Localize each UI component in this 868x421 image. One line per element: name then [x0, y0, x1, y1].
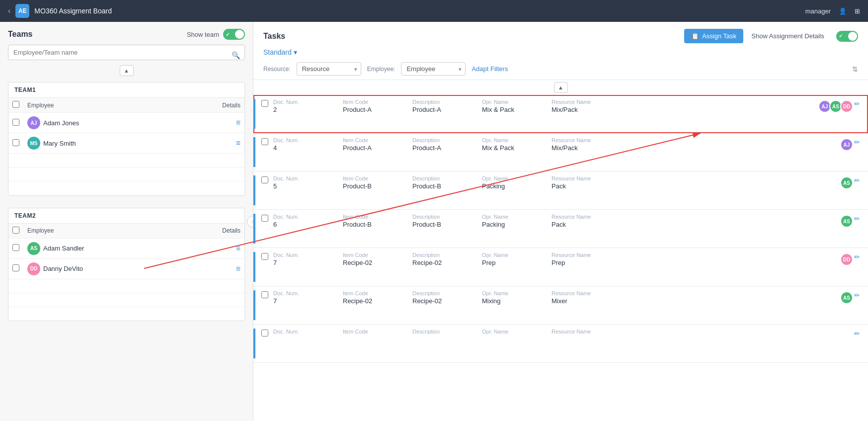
task-field-docnum: Doc. Num. 7	[273, 290, 333, 305]
search-input[interactable]	[8, 45, 245, 60]
task-field-description: Description Product-A	[412, 99, 472, 113]
task-fields: Doc. Num. 2 Item Code Product-A Descript…	[273, 99, 818, 113]
task-checkbox[interactable]	[261, 176, 268, 183]
assign-task-button[interactable]: 📋 Assign Task	[684, 29, 743, 43]
resource-name-value: Mix/Pack	[552, 106, 611, 113]
standard-view-button[interactable]: Standard ▾	[263, 48, 297, 56]
item-code-label: Item Code	[343, 290, 402, 296]
edit-icon[interactable]: ✏	[854, 330, 860, 337]
list-item: AJ Adam Jones ≡	[8, 113, 244, 133]
edit-icon[interactable]: ✏	[854, 291, 860, 299]
resource-select-wrapper: Resource	[297, 62, 361, 76]
app-icon: AE	[15, 4, 29, 18]
task-row-inner: Doc. Num. 2 Item Code Product-A Descript…	[253, 95, 868, 133]
task-row: Doc. Num. 4 Item Code Product-A Descript…	[253, 133, 868, 171]
tasks-collapse-button[interactable]: ▲	[554, 82, 568, 93]
description-value: Product-A	[412, 106, 472, 113]
member-checkbox[interactable]	[12, 244, 19, 251]
collapse-button[interactable]: ▲	[120, 65, 134, 76]
avatar: AS	[840, 215, 853, 228]
edit-icon[interactable]: ✏	[854, 176, 860, 184]
teams-title: Teams	[8, 30, 33, 39]
description-value: Product-B	[412, 221, 472, 228]
sort-icon[interactable]: ⇅	[852, 65, 858, 73]
adapt-filters-button[interactable]: Adapt Filters	[472, 65, 508, 73]
member-checkbox[interactable]	[12, 264, 19, 271]
back-button[interactable]: ‹	[8, 7, 10, 15]
grid-icon: ⊞	[855, 7, 860, 15]
chevron-down-icon: ▾	[294, 48, 297, 56]
resource-name-value: Pack	[552, 221, 611, 228]
show-team-toggle[interactable]: ✓	[223, 29, 245, 40]
task-row-inner: Doc. Num. 7 Item Code Recipe-02 Descript…	[253, 286, 868, 324]
description-value: Product-A	[412, 144, 472, 152]
list-item: DD Danny DeVito ≡	[8, 258, 244, 279]
empty-row	[8, 293, 244, 307]
doc-num-value: 5	[273, 182, 333, 190]
description-label: Description	[412, 99, 472, 105]
resource-name-value: Mixer	[552, 297, 611, 305]
edit-icon[interactable]: ✏	[854, 138, 860, 146]
member-checkbox[interactable]	[12, 139, 19, 146]
panel-collapse-button[interactable]: ›	[247, 216, 253, 228]
employee-select[interactable]: Employee	[401, 62, 466, 76]
member-checkbox[interactable]	[12, 119, 19, 126]
task-actions: AJASDD ✏	[818, 99, 860, 113]
filters-row: Resource: Resource Employee: Employee Ad…	[253, 59, 868, 80]
task-checkbox[interactable]	[261, 100, 268, 107]
task-checkbox[interactable]	[261, 215, 268, 222]
task-checkbox[interactable]	[261, 138, 268, 145]
doc-num-label: Doc. Num.	[273, 99, 333, 105]
left-panel: Teams Show team ✓ 🔍 ▲ TEAM1	[0, 22, 253, 421]
task-field-oprname: Opr. Name Packing	[482, 175, 542, 190]
details-icon[interactable]: ≡	[236, 118, 240, 127]
edit-icon[interactable]: ✏	[854, 253, 860, 261]
avatar: AS	[840, 176, 853, 189]
item-code-value: Recipe-02	[343, 297, 402, 305]
task-field-resourcename: Resource Name Pack	[552, 214, 611, 228]
edit-icon[interactable]: ✏	[854, 100, 860, 108]
avatar: AS	[27, 242, 40, 255]
filter-bar: Standard ▾	[253, 48, 868, 59]
assignment-toggle-knob	[848, 32, 857, 41]
app-title: MO360 Assigment Board	[34, 7, 112, 15]
item-code-value: Product-A	[343, 106, 402, 113]
opr-name-value: Packing	[482, 182, 542, 190]
avatar-group: DD	[840, 253, 851, 266]
doc-num-label: Doc. Num.	[273, 290, 333, 296]
teams-header: Teams Show team ✓	[0, 22, 253, 45]
team1-select-all[interactable]	[12, 101, 19, 108]
assignment-toggle-check: ✓	[839, 33, 843, 39]
task-checkbox[interactable]	[261, 291, 268, 298]
task-checkbox[interactable]	[261, 253, 268, 260]
show-assignment-toggle[interactable]: ✓	[836, 31, 858, 42]
resource-select[interactable]: Resource	[297, 62, 361, 76]
description-value: Recipe-02	[412, 297, 472, 305]
doc-num-label: Doc. Num.	[273, 214, 333, 220]
task-field-itemcode: Item Code Recipe-02	[343, 252, 402, 266]
edit-icon[interactable]: ✏	[854, 215, 860, 223]
avatar: DD	[840, 100, 853, 113]
opr-name-label: Opr. Name	[482, 290, 542, 296]
task-row-inner: Doc. Num. Item Code Description Opr. Nam…	[253, 325, 868, 362]
task-checkbox[interactable]	[261, 330, 268, 337]
task-field-oprname: Opr. Name Mixing	[482, 290, 542, 305]
team2-name: TEAM2	[8, 208, 244, 223]
team2-select-all[interactable]	[12, 227, 19, 234]
employee-filter-label: Employee:	[367, 66, 395, 73]
task-field-oprname: Opr. Name	[482, 329, 542, 336]
collapse-area: ▲	[0, 65, 253, 76]
task-field-resourcename: Resource Name Pack	[552, 175, 611, 190]
member-name: Adam Jones	[43, 119, 79, 127]
item-code-value: Product-A	[343, 144, 402, 152]
doc-num-value: 7	[273, 297, 333, 305]
description-label: Description	[412, 329, 472, 335]
task-row-inner: Doc. Num. 7 Item Code Recipe-02 Descript…	[253, 248, 868, 286]
details-icon[interactable]: ≡	[236, 264, 240, 273]
list-item: AS Adam Sandler ≡	[8, 238, 244, 258]
details-icon[interactable]: ≡	[236, 244, 240, 253]
resource-name-label: Resource Name	[552, 175, 611, 181]
details-icon[interactable]: ≡	[236, 139, 240, 147]
resource-name-label: Resource Name	[552, 137, 611, 143]
right-panel: Tasks 📋 Assign Task Show Assignment Deta…	[253, 22, 868, 421]
